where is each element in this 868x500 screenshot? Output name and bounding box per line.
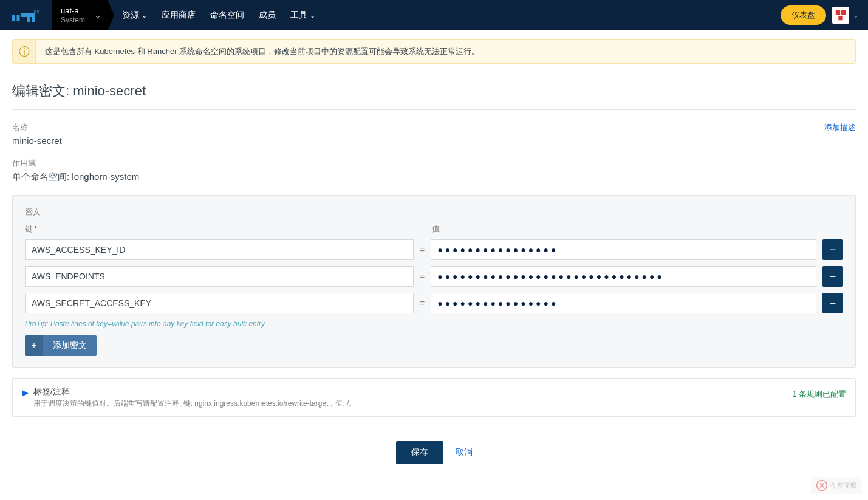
add-description-link[interactable]: 添加描述	[824, 122, 856, 133]
svg-point-7	[37, 14, 38, 15]
nav-resources-label: 资源	[122, 10, 139, 21]
add-secret-button[interactable]: + 添加密文	[25, 335, 97, 356]
save-button[interactable]: 保存	[396, 441, 443, 464]
value-header: 值	[432, 224, 843, 235]
rancher-cow-icon	[9, 6, 43, 24]
key-input[interactable]	[25, 239, 414, 260]
svg-rect-9	[841, 10, 846, 15]
svg-point-11	[817, 481, 827, 482]
svg-rect-1	[17, 15, 20, 21]
kv-row: = −	[25, 293, 843, 313]
kv-row: = −	[25, 266, 843, 287]
nav-members[interactable]: 成员	[251, 0, 283, 30]
nav-app-store[interactable]: 应用商店	[154, 0, 203, 30]
protip-text: ProTip: Paste lines of key=value pairs i…	[25, 320, 843, 328]
nav-namespaces[interactable]: 命名空间	[203, 0, 251, 30]
svg-rect-6	[38, 10, 39, 13]
secrets-section: 密文 键* 值 = − = − = − ProTip: Paste lines …	[12, 195, 856, 368]
svg-rect-0	[12, 15, 15, 21]
banner-text: 这是包含所有 Kubernetes 和 Rancher 系统命名空间的系统项目，…	[36, 40, 488, 63]
key-header: 键	[25, 224, 33, 233]
nav-tools-label: 工具	[290, 10, 307, 21]
add-secret-label: 添加密文	[43, 340, 97, 351]
chevron-down-icon: ⌄	[94, 10, 101, 20]
value-input[interactable]	[431, 293, 816, 313]
equals-sign: =	[420, 245, 425, 255]
nav-resources[interactable]: 资源 ⌄	[115, 0, 154, 30]
remove-row-button[interactable]: −	[822, 293, 843, 313]
user-menu[interactable]: ⌄	[832, 7, 859, 24]
project-name: uat-a	[61, 6, 85, 16]
dashboard-button[interactable]: 仪表盘	[781, 5, 826, 25]
nav-tools[interactable]: 工具 ⌄	[283, 0, 323, 30]
svg-rect-2	[21, 13, 35, 17]
minus-icon: −	[830, 244, 836, 256]
key-input[interactable]	[25, 266, 414, 287]
scope-value: 单个命名空间: longhorn-system	[12, 171, 856, 183]
chevron-down-icon: ⌄	[142, 12, 147, 19]
svg-rect-3	[27, 17, 30, 22]
top-nav: uat-a System ⌄ 资源 ⌄ 应用商店 命名空间 成员 工具 ⌄ 仪表…	[0, 0, 868, 30]
required-marker: *	[34, 224, 37, 233]
chevron-down-icon: ⌄	[853, 11, 859, 19]
minus-icon: −	[830, 270, 836, 283]
project-switcher[interactable]: uat-a System ⌄	[52, 0, 108, 30]
plus-icon: +	[25, 335, 43, 356]
remove-row-button[interactable]: −	[822, 266, 843, 287]
svg-rect-5	[35, 10, 36, 13]
watermark: 创新互联	[811, 477, 862, 482]
labels-annotations-section[interactable]: ▶ 标签/注释 用于调度决策的键值对。后端重写请配置注释: 键: nginx.i…	[12, 378, 856, 417]
name-value: minio-secret	[12, 135, 62, 146]
svg-rect-10	[838, 16, 842, 20]
info-icon: ⓘ	[13, 40, 36, 63]
page-title: 编辑密文: minio-secret	[12, 73, 856, 110]
scope-label: 作用域	[12, 158, 856, 169]
chevron-down-icon: ⌄	[310, 12, 315, 19]
avatar	[832, 7, 849, 24]
cancel-button[interactable]: 取消	[456, 447, 473, 458]
remove-row-button[interactable]: −	[822, 239, 843, 260]
labels-description: 用于调度决策的键值对。后端重写请配置注释: 键: nginx.ingress.k…	[33, 399, 783, 409]
expand-icon: ▶	[22, 388, 29, 397]
svg-rect-4	[32, 17, 35, 22]
secrets-title: 密文	[25, 207, 843, 217]
equals-sign: =	[420, 272, 425, 281]
project-type: System	[61, 16, 85, 24]
key-input[interactable]	[25, 293, 414, 313]
value-input[interactable]	[431, 266, 816, 287]
value-input[interactable]	[431, 239, 816, 260]
name-label: 名称	[12, 122, 62, 133]
rules-configured-badge: 1 条规则已配置	[792, 389, 846, 400]
labels-title: 标签/注释	[33, 386, 783, 397]
equals-sign: =	[420, 298, 425, 308]
minus-icon: −	[830, 297, 836, 310]
kv-row: = −	[25, 239, 843, 260]
logo[interactable]	[0, 0, 52, 30]
warning-banner: ⓘ 这是包含所有 Kubernetes 和 Rancher 系统命名空间的系统项…	[12, 39, 856, 64]
svg-rect-8	[836, 10, 840, 15]
